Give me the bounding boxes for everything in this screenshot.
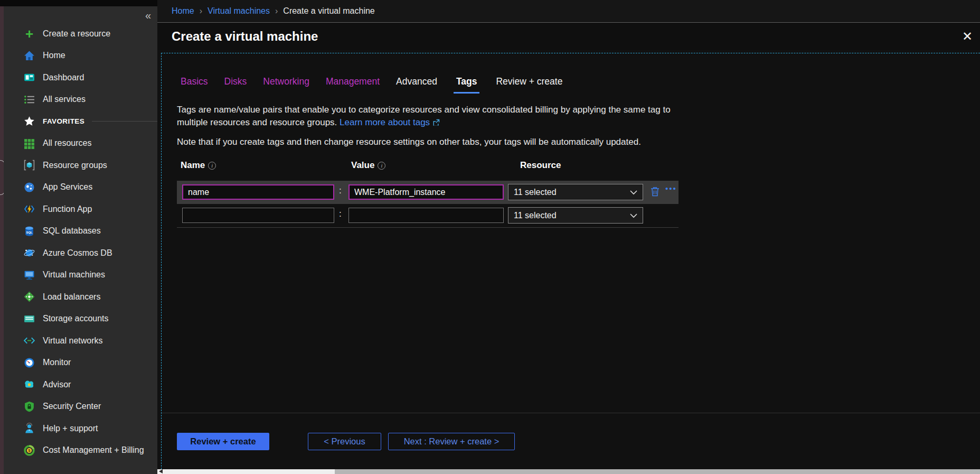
sidebar-item-create-a-resource[interactable]: + Create a resource xyxy=(4,23,157,45)
left-edge-strip xyxy=(0,0,4,474)
breadcrumb: Home › Virtual machines › Create a virtu… xyxy=(157,0,980,22)
page-title-bar: Create a virtual machine ✕ xyxy=(157,22,980,50)
plus-icon: + xyxy=(24,28,35,39)
wizard-tabs: Basics Disks Networking Management Advan… xyxy=(181,76,562,94)
footer-divider xyxy=(162,413,980,413)
monitor-icon xyxy=(24,357,35,368)
breadcrumb-virtual-machines[interactable]: Virtual machines xyxy=(208,6,270,16)
breadcrumb-separator-icon: › xyxy=(200,6,202,16)
page-title: Create a virtual machine xyxy=(172,29,318,44)
tag-name-input-empty[interactable] xyxy=(182,208,334,223)
learn-more-link[interactable]: Learn more about tags xyxy=(340,117,440,127)
sidebar-item-all-resources[interactable]: All resources xyxy=(4,133,157,155)
tab-networking[interactable]: Networking xyxy=(263,76,309,94)
tab-tags[interactable]: Tags xyxy=(454,76,480,94)
sidebar-item-resource-groups[interactable]: Resource groups xyxy=(4,154,157,176)
sidebar-item-function-app[interactable]: Function App xyxy=(4,198,157,220)
tags-description: Tags are name/value pairs that enable yo… xyxy=(177,104,677,129)
tag-value-input[interactable] xyxy=(348,184,504,200)
svg-text:SQL: SQL xyxy=(26,231,32,234)
chevron-down-icon xyxy=(630,188,637,197)
column-header-value: Valuei xyxy=(351,160,385,171)
breadcrumb-current: Create a virtual machine xyxy=(283,6,374,16)
tab-management[interactable]: Management xyxy=(326,76,380,94)
sidebar-item-cost-management-billing[interactable]: $ Cost Management + Billing xyxy=(4,440,157,462)
sidebar-item-virtual-machines[interactable]: Virtual machines xyxy=(4,264,157,286)
sidebar-item-security-center[interactable]: Security Center xyxy=(4,396,157,418)
sidebar-item-app-services[interactable]: App Services xyxy=(4,176,157,199)
svg-text:$: $ xyxy=(28,448,31,453)
function-app-icon xyxy=(24,203,35,215)
sidebar-item-sql-databases[interactable]: SQL SQL databases xyxy=(4,220,157,243)
favorites-divider xyxy=(92,121,157,122)
sidebar-collapse-icon[interactable]: « xyxy=(145,10,151,22)
name-value-separator: : xyxy=(339,209,342,219)
previous-button[interactable]: < Previous xyxy=(308,433,381,450)
sidebar-item-all-services[interactable]: All services xyxy=(4,89,157,111)
table-bottom-divider xyxy=(177,227,679,228)
sidebar-item-load-balancers[interactable]: Load balancers xyxy=(4,286,157,308)
scrollbar-left-arrow-icon[interactable] xyxy=(159,469,163,473)
sidebar: « + Create a resource Home Dashboard xyxy=(4,6,157,474)
azure-portal-window: « + Create a resource Home Dashboard xyxy=(0,0,980,474)
tag-value-input-empty[interactable] xyxy=(348,208,504,223)
cost-management-icon: $ xyxy=(24,445,35,456)
tab-review-create[interactable]: Review + create xyxy=(496,76,562,94)
home-icon xyxy=(24,50,35,61)
sidebar-list: + Create a resource Home Dashboard A xyxy=(4,23,157,461)
tab-advanced[interactable]: Advanced xyxy=(396,76,437,94)
virtual-networks-icon xyxy=(24,335,35,346)
resource-dropdown[interactable]: 11 selected xyxy=(508,184,643,200)
virtual-machines-icon xyxy=(24,269,35,281)
info-icon[interactable]: i xyxy=(378,162,385,170)
tab-basics[interactable]: Basics xyxy=(181,76,208,94)
grid-icon xyxy=(24,138,35,149)
help-support-icon xyxy=(24,423,35,434)
dashboard-icon xyxy=(24,72,35,83)
shield-lock-icon xyxy=(24,401,35,412)
sidebar-item-dashboard[interactable]: Dashboard xyxy=(4,67,157,89)
sidebar-section-favorites: FAVORITES xyxy=(4,110,157,133)
advisor-icon xyxy=(24,379,35,390)
resource-dropdown-empty[interactable]: 11 selected xyxy=(508,207,643,224)
external-link-icon xyxy=(432,117,440,130)
sidebar-item-home[interactable]: Home xyxy=(4,45,157,67)
close-icon[interactable]: ✕ xyxy=(962,30,973,43)
tag-row-1: : 11 selected ••• xyxy=(177,181,679,204)
app-services-icon xyxy=(24,182,35,193)
column-header-name: Namei xyxy=(181,160,216,171)
sidebar-item-monitor[interactable]: Monitor xyxy=(4,352,157,374)
tags-note: Note that if you create tags and then ch… xyxy=(177,137,641,147)
horizontal-scrollbar[interactable] xyxy=(157,469,980,474)
list-icon xyxy=(24,94,35,105)
delete-tag-icon[interactable] xyxy=(651,187,659,199)
next-button[interactable]: Next : Review + create > xyxy=(388,433,515,450)
scrollbar-thumb[interactable] xyxy=(157,469,335,474)
star-icon xyxy=(24,116,35,127)
breadcrumb-home[interactable]: Home xyxy=(172,6,194,16)
sidebar-item-advisor[interactable]: Advisor xyxy=(4,374,157,396)
resource-groups-icon xyxy=(24,160,35,171)
load-balancers-icon xyxy=(24,291,35,302)
sidebar-item-storage-accounts[interactable]: Storage accounts xyxy=(4,308,157,330)
column-header-resource: Resource xyxy=(520,160,561,171)
chevron-down-icon xyxy=(630,211,637,220)
tab-disks[interactable]: Disks xyxy=(224,76,247,94)
sidebar-item-azure-cosmos-db[interactable]: Azure Cosmos DB xyxy=(4,242,157,264)
sidebar-item-virtual-networks[interactable]: Virtual networks xyxy=(4,330,157,352)
review-create-button[interactable]: Review + create xyxy=(177,433,269,450)
name-value-separator: : xyxy=(339,185,342,196)
storage-accounts-icon xyxy=(24,313,35,324)
sql-databases-icon: SQL xyxy=(24,226,35,237)
row-more-options-icon[interactable]: ••• xyxy=(665,184,677,193)
main-content: Home › Virtual machines › Create a virtu… xyxy=(157,0,980,474)
info-icon[interactable]: i xyxy=(208,162,216,170)
sidebar-item-help-support[interactable]: Help + support xyxy=(4,417,157,440)
tag-row-2: : 11 selected xyxy=(177,205,679,226)
breadcrumb-separator-icon: › xyxy=(275,6,278,16)
cosmos-db-icon xyxy=(24,247,35,258)
tag-name-input[interactable] xyxy=(182,184,334,200)
